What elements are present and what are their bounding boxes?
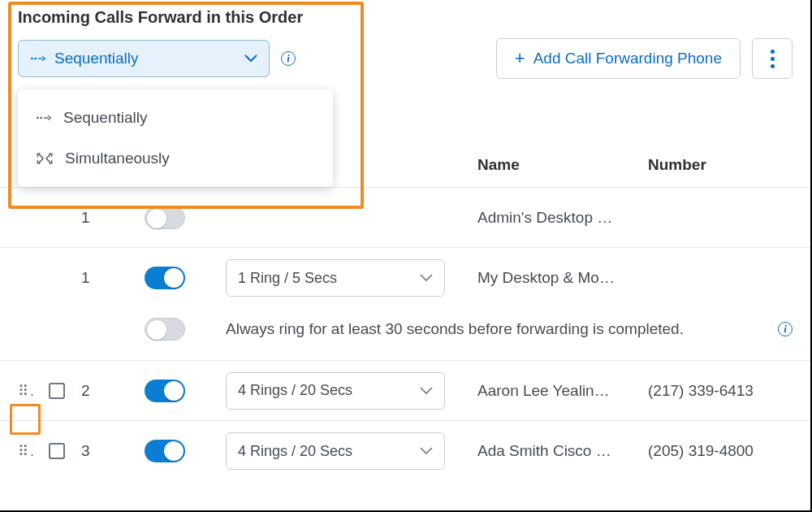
table-row: ⠿. 2 4 Rings / 20 Secs Aaron Lee Yealin…… [0,361,810,421]
active-toggle[interactable] [145,440,185,462]
drag-handle-icon[interactable]: ⠿. [18,443,36,459]
svg-point-0 [31,58,33,60]
table-row: 1 Admin's Desktop … [0,188,810,248]
col-header-name: Name [477,156,648,174]
svg-point-2 [37,117,39,119]
info-icon[interactable]: i [281,51,296,66]
col-header-number: Number [648,156,793,174]
row-checkbox[interactable] [49,383,65,399]
table-row: 1 1 Ring / 5 Secs My Desktop & Mo… [0,248,810,308]
always-ring-note: Always ring for at least 30 seconds befo… [226,320,768,338]
dropdown-option-label: Simultaneously [65,150,170,167]
cell-order: 1 [81,209,145,227]
chevron-down-icon [420,447,433,455]
dropdown-option-sequentially[interactable]: Sequentially [18,98,333,138]
info-icon[interactable]: i [778,322,793,336]
always-ring-toggle[interactable] [145,318,185,341]
cell-name: Aaron Lee Yealin… [477,382,648,400]
chevron-down-icon [420,274,433,282]
svg-point-3 [40,117,42,119]
active-toggle[interactable] [145,380,185,402]
drag-handle-icon[interactable]: ⠿. [18,383,36,399]
cell-number: (205) 319-4800 [648,442,793,460]
active-toggle[interactable] [145,267,185,289]
cell-name: Ada Smith Cisco … [477,442,648,460]
dropdown-option-label: Sequentially [63,109,148,127]
forwarding-table: i Name Number 1 Admin's Desktop … 1 1 Ri… [0,142,810,481]
ring-duration-select[interactable]: 4 Rings / 20 Secs [226,372,445,410]
cell-order: 2 [81,382,145,400]
add-call-forwarding-button[interactable]: + Add Call Forwarding Phone [496,38,741,79]
table-row: ⠿. 3 4 Rings / 20 Secs Ada Smith Cisco …… [0,421,810,481]
ring-duration-select[interactable]: 1 Ring / 5 Secs [226,259,445,297]
ring-duration-value: 4 Rings / 20 Secs [238,443,352,460]
always-ring-row: Always ring for at least 30 seconds befo… [0,308,810,361]
cell-number: (217) 339-6413 [648,382,793,400]
cell-order: 1 [81,269,145,287]
active-toggle[interactable] [145,206,185,229]
row-checkbox[interactable] [49,443,65,459]
sequential-icon [36,113,52,123]
chevron-down-icon [244,54,257,63]
sequential-icon [30,54,46,63]
ring-duration-value: 1 Ring / 5 Secs [238,270,337,287]
forward-mode-selected-label: Sequentially [54,50,244,67]
chevron-down-icon [420,387,433,395]
forward-mode-dropdown: Sequentially Simultaneously [18,89,333,187]
simultaneous-icon [36,152,54,165]
more-actions-button[interactable] [752,38,793,79]
svg-point-1 [34,58,37,60]
ring-duration-value: 4 Rings / 20 Secs [238,382,352,399]
dropdown-option-simultaneously[interactable]: Simultaneously [18,138,333,179]
add-button-label: Add Call Forwarding Phone [533,50,722,67]
forward-mode-select[interactable]: Sequentially [18,40,270,77]
page-title: Incoming Calls Forward in this Order [18,8,793,27]
kebab-icon [771,50,775,68]
cell-name: Admin's Desktop … [477,209,648,227]
ring-duration-select[interactable]: 4 Rings / 20 Secs [226,432,445,470]
cell-name: My Desktop & Mo… [477,269,648,287]
plus-icon: + [515,48,525,69]
cell-order: 3 [81,442,145,460]
